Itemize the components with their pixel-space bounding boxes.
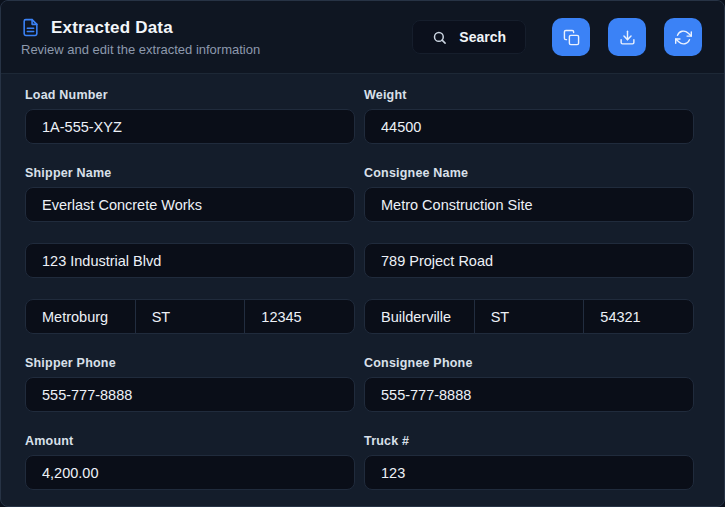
amount-input[interactable] bbox=[25, 455, 355, 490]
form-body: Load Number Weight Shipper Name Consigne… bbox=[1, 74, 724, 490]
shipper-state-input[interactable] bbox=[135, 300, 245, 333]
consignee-address-input[interactable] bbox=[364, 243, 694, 278]
shipper-phone-label: Shipper Phone bbox=[25, 356, 355, 370]
consignee-state-input[interactable] bbox=[474, 300, 584, 333]
search-icon bbox=[432, 30, 447, 45]
field-shipper-phone: Shipper Phone bbox=[25, 356, 355, 412]
field-consignee-name: Consignee Name bbox=[364, 166, 694, 222]
extracted-data-panel: Extracted Data Review and edit the extra… bbox=[0, 0, 725, 507]
field-weight: Weight bbox=[364, 88, 694, 144]
consignee-name-label: Consignee Name bbox=[364, 166, 694, 180]
shipper-city-input[interactable] bbox=[26, 300, 135, 333]
shipper-city-state-zip-group bbox=[25, 299, 355, 334]
field-load-number: Load Number bbox=[25, 88, 355, 144]
shipper-address-input[interactable] bbox=[25, 243, 355, 278]
truck-number-input[interactable] bbox=[364, 455, 694, 490]
page-title: Extracted Data bbox=[51, 18, 173, 38]
field-truck-number: Truck # bbox=[364, 434, 694, 490]
panel-header: Extracted Data Review and edit the extra… bbox=[1, 1, 724, 74]
shipper-name-input[interactable] bbox=[25, 187, 355, 222]
field-shipper-name: Shipper Name bbox=[25, 166, 355, 222]
header-actions: Search bbox=[412, 18, 702, 56]
field-amount: Amount bbox=[25, 434, 355, 490]
consignee-name-input[interactable] bbox=[364, 187, 694, 222]
consignee-city-state-zip-group bbox=[364, 299, 694, 334]
download-icon bbox=[619, 29, 636, 46]
search-button-label: Search bbox=[459, 29, 506, 45]
consignee-phone-label: Consignee Phone bbox=[364, 356, 694, 370]
consignee-city-input[interactable] bbox=[365, 300, 474, 333]
consignee-zip-input[interactable] bbox=[583, 300, 693, 333]
truck-number-label: Truck # bbox=[364, 434, 694, 448]
document-icon bbox=[21, 18, 40, 37]
consignee-phone-input[interactable] bbox=[364, 377, 694, 412]
refresh-icon bbox=[675, 29, 692, 46]
shipper-phone-input[interactable] bbox=[25, 377, 355, 412]
search-button[interactable]: Search bbox=[412, 20, 526, 54]
shipper-zip-input[interactable] bbox=[244, 300, 354, 333]
copy-icon bbox=[563, 29, 580, 46]
load-number-input[interactable] bbox=[25, 109, 355, 144]
copy-button[interactable] bbox=[552, 18, 590, 56]
weight-label: Weight bbox=[364, 88, 694, 102]
shipper-name-label: Shipper Name bbox=[25, 166, 355, 180]
amount-label: Amount bbox=[25, 434, 355, 448]
page-subtitle: Review and edit the extracted informatio… bbox=[21, 42, 260, 57]
header-title-block: Extracted Data Review and edit the extra… bbox=[21, 18, 260, 57]
load-number-label: Load Number bbox=[25, 88, 355, 102]
download-button[interactable] bbox=[608, 18, 646, 56]
weight-input[interactable] bbox=[364, 109, 694, 144]
field-consignee-phone: Consignee Phone bbox=[364, 356, 694, 412]
refresh-button[interactable] bbox=[664, 18, 702, 56]
